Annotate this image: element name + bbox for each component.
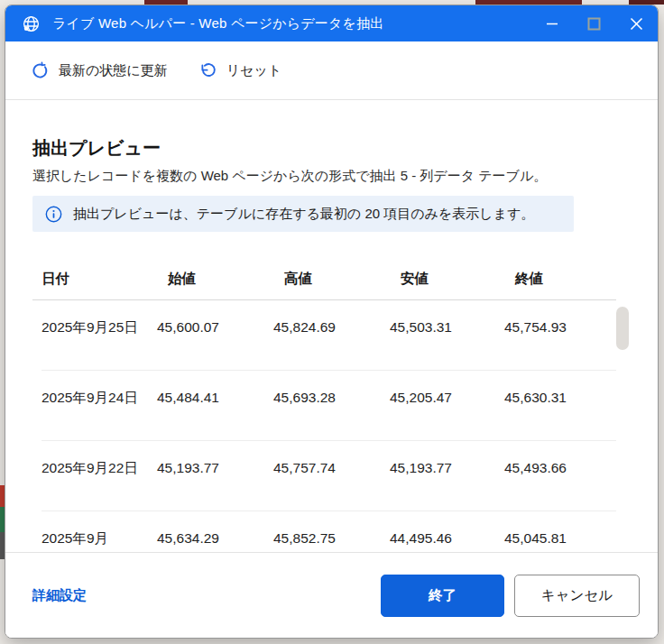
toolbar: 最新の状態に更新 リセット <box>5 41 658 100</box>
cell-high: 45,824.69 <box>273 317 390 370</box>
column-header-date[interactable]: 日付 <box>42 270 157 289</box>
table-row: 2025年9月 45,634.29 45,852.75 44,495.46 45… <box>42 511 616 552</box>
window-title: ライブ Web ヘルパー - Web ページからデータを抽出 <box>52 15 384 32</box>
cell-date: 2025年9月 <box>42 528 141 552</box>
live-web-helper-window: ライブ Web ヘルパー - Web ページからデータを抽出 最新の状態に更新 <box>5 5 659 639</box>
cell-low: 45,193.77 <box>390 457 504 511</box>
refresh-button[interactable]: 最新の状態に更新 <box>31 61 168 80</box>
cell-close: 45,754.93 <box>504 317 616 370</box>
cell-high: 45,693.28 <box>273 387 390 440</box>
cell-open: 45,634.29 <box>157 528 273 552</box>
cell-date: 2025年9月25日 <box>42 317 141 370</box>
minimize-button[interactable] <box>530 5 573 41</box>
table-row: 2025年9月25日 45,600.07 45,824.69 45,503.31… <box>42 300 616 371</box>
page-description: 選択したレコードを複数の Web ページから次の形式で抽出 5 - 列データ テ… <box>32 166 631 185</box>
footer-bar: 詳細設定 終了 キャンセル <box>5 552 658 638</box>
refresh-icon <box>31 61 50 80</box>
cell-high: 45,757.74 <box>273 457 390 511</box>
globe-icon <box>22 14 41 33</box>
refresh-label: 最新の状態に更新 <box>59 62 168 79</box>
table-row: 2025年9月24日 45,484.41 45,693.28 45,205.47… <box>42 371 616 441</box>
cell-open: 45,484.41 <box>157 387 273 440</box>
info-banner-text: 抽出プレビューは、テーブルに存在する最初の 20 項目のみを表示します。 <box>73 204 534 224</box>
column-header-close[interactable]: 終値 <box>504 270 631 289</box>
advanced-settings-link[interactable]: 詳細設定 <box>32 587 87 604</box>
undo-icon <box>198 61 217 80</box>
close-button[interactable] <box>615 5 658 41</box>
column-header-high[interactable]: 高値 <box>273 270 390 289</box>
cell-high: 45,852.75 <box>273 528 390 552</box>
cell-close: 45,493.66 <box>504 457 616 511</box>
column-header-low[interactable]: 安値 <box>390 270 504 289</box>
info-banner: 抽出プレビューは、テーブルに存在する最初の 20 項目のみを表示します。 <box>32 196 574 232</box>
cell-low: 45,205.47 <box>390 387 504 440</box>
maximize-button[interactable] <box>573 5 615 41</box>
cell-low: 44,495.46 <box>390 528 504 552</box>
title-bar: ライブ Web ヘルパー - Web ページからデータを抽出 <box>5 5 658 41</box>
vertical-scrollbar-thumb[interactable] <box>616 307 629 350</box>
cell-close: 45,630.31 <box>504 387 616 440</box>
cell-date: 2025年9月22日 <box>42 457 141 511</box>
cell-close: 45,045.81 <box>504 528 616 552</box>
main-content: 抽出プレビュー 選択したレコードを複数の Web ページから次の形式で抽出 5 … <box>5 100 658 552</box>
table-row: 2025年9月22日 45,193.77 45,757.74 45,193.77… <box>42 441 616 511</box>
table-header-row: 日付 始値 高値 安値 終値 <box>42 270 631 289</box>
preview-table: 日付 始値 高値 安値 終値 2025年9月25日 45,600.07 45,8… <box>32 270 631 552</box>
cancel-button[interactable]: キャンセル <box>514 575 640 617</box>
cell-open: 45,193.77 <box>157 457 273 511</box>
info-icon <box>45 206 62 223</box>
reset-label: リセット <box>226 62 281 79</box>
cell-open: 45,600.07 <box>157 317 273 370</box>
column-header-open[interactable]: 始値 <box>157 270 273 289</box>
reset-button[interactable]: リセット <box>198 61 281 80</box>
table-body: 2025年9月25日 45,600.07 45,824.69 45,503.31… <box>32 300 616 552</box>
window-controls <box>530 5 658 41</box>
page-title: 抽出プレビュー <box>32 138 631 159</box>
cell-low: 45,503.31 <box>390 317 504 370</box>
finish-button[interactable]: 終了 <box>381 575 504 617</box>
cell-date: 2025年9月24日 <box>42 387 141 440</box>
